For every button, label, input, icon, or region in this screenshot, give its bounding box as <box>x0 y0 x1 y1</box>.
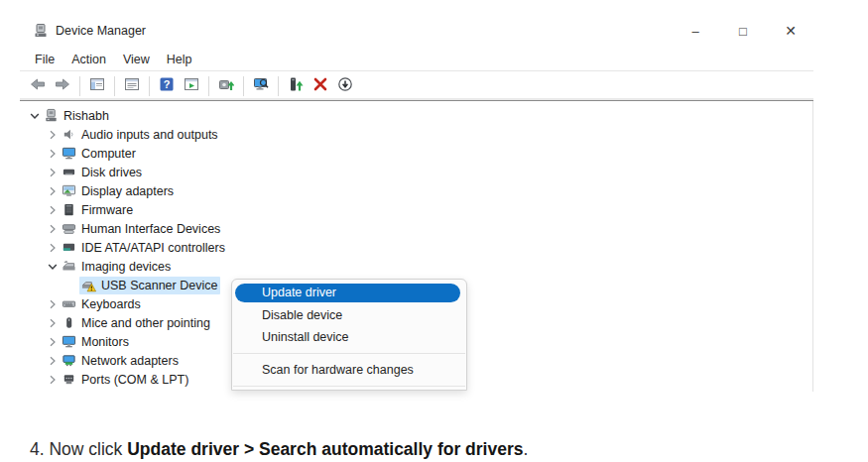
chevron-right-icon[interactable] <box>46 316 60 330</box>
chevron-right-icon[interactable] <box>46 166 60 179</box>
forward-arrow-icon <box>55 76 70 96</box>
disk-icon <box>61 165 77 179</box>
tree-item-body[interactable]: Ports (COM & LPT) <box>60 371 191 389</box>
tree-item-label: IDE ATA/ATAPI controllers <box>81 241 225 255</box>
tree-item-body[interactable]: IDE ATA/ATAPI controllers <box>60 239 228 257</box>
context-menu-separator <box>233 386 465 387</box>
caption-suffix: . <box>523 439 528 459</box>
menubar-item-view[interactable]: View <box>123 53 150 66</box>
chevron-right-icon[interactable] <box>46 184 60 198</box>
tree-item-body[interactable]: Mice and other pointing <box>60 314 213 332</box>
chevron-right-icon[interactable] <box>46 335 60 349</box>
tree-item-firmware[interactable]: Firmware <box>20 200 812 219</box>
tree-item-body[interactable]: Keyboards <box>60 295 144 313</box>
chevron-right-icon[interactable] <box>46 128 60 142</box>
menubar-item-help[interactable]: Help <box>167 53 192 66</box>
hid-icon <box>61 221 77 236</box>
tree-item-label: Firmware <box>81 203 133 217</box>
tree-item-body[interactable]: Rishabh <box>42 107 112 125</box>
tree-item-computer[interactable]: Computer <box>20 144 812 163</box>
tree-item-rishabh[interactable]: Rishabh <box>20 106 812 125</box>
context-menu-item-scan-for-hardware-changes[interactable]: Scan for hardware changes <box>232 359 466 381</box>
chevron-right-icon[interactable] <box>46 147 60 161</box>
menubar: FileActionViewHelp <box>20 48 813 70</box>
chevron-right-icon[interactable] <box>46 373 60 387</box>
tree-item-body[interactable]: Disk drives <box>60 164 145 181</box>
toolbar-separator <box>208 76 209 96</box>
monitor-icon <box>61 146 77 161</box>
menubar-item-action[interactable]: Action <box>71 53 106 66</box>
chevron-right-icon[interactable] <box>46 354 60 368</box>
chevron-right-icon[interactable] <box>46 203 60 217</box>
tree-item-disk-drives[interactable]: Disk drives <box>20 163 812 181</box>
scanner-warning-icon <box>80 278 97 292</box>
tree-item-ide-ata-atapi-controllers[interactable]: IDE ATA/ATAPI controllers <box>20 238 812 257</box>
menubar-item-file[interactable]: File <box>35 53 55 66</box>
imaging-scanner-icon <box>61 259 77 274</box>
tree-item-human-interface-devices[interactable]: Human Interface Devices <box>20 219 812 238</box>
caption-bold: Update driver > Search automatically for… <box>127 439 523 459</box>
monitor-icon <box>61 334 77 349</box>
tree-item-body[interactable]: Human Interface Devices <box>60 220 223 238</box>
tree-item-label: Mice and other pointing <box>81 316 210 330</box>
chevron-down-icon[interactable] <box>28 109 42 123</box>
tree-item-label: Rishabh <box>63 109 109 123</box>
device-manager-icon <box>33 23 49 39</box>
properties-icon <box>124 76 140 96</box>
minimize-button[interactable]: – <box>684 14 706 48</box>
disable-circle-icon <box>337 76 353 96</box>
tree-item-body[interactable]: Firmware <box>60 201 136 219</box>
window-title: Device Manager <box>56 24 146 38</box>
properties-button[interactable] <box>122 75 142 97</box>
context-menu-item-disable-device[interactable]: Disable device <box>232 304 466 326</box>
tree-item-label: Keyboards <box>81 297 141 311</box>
tree-item-body[interactable]: Monitors <box>60 333 132 351</box>
toolbar-separator <box>243 76 244 96</box>
tree-item-body[interactable]: Display adapters <box>60 182 177 200</box>
chevron-right-icon[interactable] <box>46 297 60 311</box>
update-driver-button[interactable] <box>216 75 236 97</box>
ports-icon <box>61 372 77 387</box>
context-menu-item-uninstall-device[interactable]: Uninstall device <box>232 326 466 348</box>
chevron-down-icon[interactable] <box>46 260 60 274</box>
forward-button[interactable] <box>53 75 72 97</box>
disable-device-button[interactable] <box>335 75 355 97</box>
chevron-right-icon[interactable] <box>46 222 60 236</box>
devices-by-type-button[interactable] <box>182 75 201 97</box>
ide-controller-icon <box>61 240 77 255</box>
console-tree-icon <box>89 76 105 96</box>
chevron-right-icon[interactable] <box>46 241 60 255</box>
help-icon: ? <box>159 76 175 96</box>
show-console-tree-button[interactable] <box>87 75 107 97</box>
tree-item-body[interactable]: Network adapters <box>60 352 182 370</box>
keyboard-icon <box>61 296 77 311</box>
tree-item-label: Disk drives <box>81 166 142 179</box>
uninstall-device-button[interactable] <box>310 75 330 97</box>
speaker-icon <box>61 127 77 142</box>
maximize-button[interactable]: □ <box>732 14 754 48</box>
help-button[interactable]: ? <box>157 75 177 97</box>
tree-item-body[interactable]: Imaging devices <box>60 258 174 276</box>
context-menu-item-update-driver[interactable]: Update driver <box>235 284 460 302</box>
tree-item-display-adapters[interactable]: Display adapters <box>20 181 812 200</box>
tree-item-imaging-devices[interactable]: Imaging devices <box>20 257 812 276</box>
tree-item-audio-inputs-and-outputs[interactable]: Audio inputs and outputs <box>20 125 812 144</box>
tree-item-body[interactable]: Audio inputs and outputs <box>60 126 221 144</box>
toolbar-separator <box>114 76 115 96</box>
window-controls: –□✕ <box>684 14 813 48</box>
update-driver-software-button[interactable] <box>286 75 306 97</box>
tree-item-body[interactable]: USB Scanner Device <box>79 277 220 294</box>
firmware-chip-icon <box>61 202 77 217</box>
toolbar-separator <box>149 76 150 96</box>
tree-item-body[interactable]: Computer <box>60 145 139 163</box>
uninstall-x-icon <box>312 76 328 96</box>
tree-item-label: USB Scanner Device <box>101 279 217 292</box>
network-adapter-icon <box>61 353 77 368</box>
scan-monitor-icon <box>253 76 269 96</box>
back-button[interactable] <box>28 75 48 97</box>
svg-text:?: ? <box>164 78 171 90</box>
scan-hardware-changes-button[interactable] <box>251 75 271 97</box>
toolbar-separator <box>79 76 80 96</box>
close-button[interactable]: ✕ <box>780 14 802 48</box>
context-menu: Update driverDisable deviceUninstall dev… <box>231 279 467 391</box>
